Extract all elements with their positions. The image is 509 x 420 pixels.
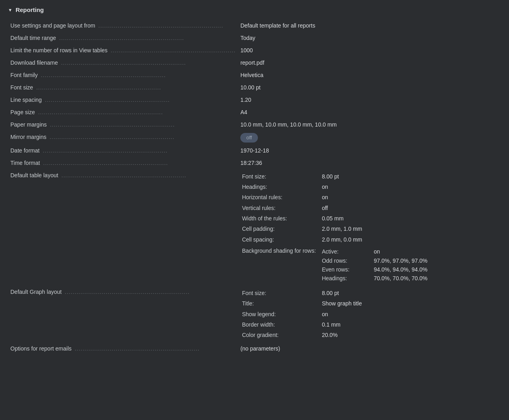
sub-value: on [320, 182, 429, 192]
sub-value: 8.00 pt [320, 288, 400, 298]
dots-separator: ........................................… [98, 22, 223, 30]
toggle-button[interactable]: off [240, 133, 258, 143]
dots-separator: ........................................… [41, 71, 166, 79]
table-layout-subtable: Font size:8.00 ptHeadings:onHorizontal r… [240, 171, 429, 284]
table-row: Font size ..............................… [8, 81, 501, 94]
setting-label: Use settings and page layout from ......… [8, 20, 238, 32]
shading-values: Active:onOdd rows:97.0%, 97.0%, 97.0%Eve… [320, 245, 429, 284]
chevron-icon[interactable]: ▼ [8, 8, 12, 12]
table-row: Use settings and page layout from ......… [8, 20, 501, 32]
dots-separator: ........................................… [38, 108, 163, 117]
sub-value: 2.0 mm, 0.0 mm [320, 234, 429, 245]
table-row: Date format ............................… [8, 145, 501, 157]
table-row: Background shading for rows:Active:onOdd… [240, 245, 429, 284]
table-row: Default table layout ...................… [8, 169, 501, 286]
table-row: Download filename ......................… [8, 57, 501, 69]
dots-separator: ........................................… [43, 147, 168, 155]
label-text: Use settings and page layout from [10, 22, 97, 29]
table-row: Color gradient:20.0% [240, 330, 400, 340]
label-text: Time format [10, 160, 42, 166]
dots-separator: ........................................… [61, 59, 186, 67]
sub-value: 0.1 mm [320, 319, 400, 330]
table-row: Font size:8.00 pt [240, 171, 429, 182]
table-row: Font size:8.00 pt [240, 288, 400, 298]
dots-separator: ........................................… [50, 121, 175, 129]
setting-label: Date format ............................… [8, 145, 238, 157]
setting-label: Font family ............................… [8, 69, 238, 81]
table-row: Page size ..............................… [8, 106, 501, 119]
table-row: Horizontal rules:on [240, 192, 429, 202]
active-label: Active: [322, 247, 358, 256]
setting-label: Options for report emails ..............… [8, 343, 238, 355]
setting-value: 10.00 pt [238, 81, 501, 94]
setting-label: Download filename ......................… [8, 57, 238, 69]
section-title: Reporting [16, 6, 44, 13]
setting-label: Paper margins ..........................… [8, 119, 238, 131]
setting-label: Limit the number of rows in View tables … [8, 44, 238, 57]
dots-separator: ........................................… [111, 46, 236, 55]
setting-value: Helvetica [238, 69, 501, 81]
settings-table: Use settings and page layout from ......… [8, 20, 501, 355]
setting-value: Today [238, 32, 501, 44]
setting-value: 1.20 [238, 94, 501, 106]
setting-value: Default template for all reports [238, 20, 501, 32]
dots-separator: ........................................… [36, 83, 161, 92]
setting-value: 1000 [238, 44, 501, 57]
label-text: Limit the number of rows in View tables [10, 47, 109, 53]
even-rows-value: 94.0%, 94.0%, 94.0% [374, 265, 428, 274]
setting-value: Font size:8.00 ptTitle:Show graph titleS… [238, 286, 501, 343]
setting-label: Time format ............................… [8, 157, 238, 169]
odd-rows-label: Odd rows: [322, 256, 358, 265]
setting-value: 10.0 mm, 10.0 mm, 10.0 mm, 10.0 mm [238, 119, 501, 131]
setting-label: Default Graph layout ...................… [8, 286, 238, 343]
table-row: Limit the number of rows in View tables … [8, 44, 501, 57]
table-row: Options for report emails ..............… [8, 343, 501, 355]
table-row: Line spacing ...........................… [8, 94, 501, 106]
table-row: Cell spacing:2.0 mm, 0.0 mm [240, 234, 429, 245]
dots-separator: ........................................… [65, 288, 190, 296]
setting-value: A4 [238, 106, 501, 119]
sub-label: Font size: [240, 288, 320, 298]
sub-value: 20.0% [320, 330, 400, 340]
setting-label: Mirror margins .........................… [8, 131, 238, 145]
sub-label: Title: [240, 298, 320, 309]
label-text: Font size [10, 84, 35, 91]
sub-value: on [320, 309, 400, 319]
dots-separator: ........................................… [45, 96, 170, 104]
sub-value: off [320, 203, 429, 213]
sub-value: 8.00 pt [320, 171, 429, 182]
label-text: Mirror margins [10, 134, 48, 140]
setting-value: off [238, 131, 501, 145]
reporting-section: ▼ Reporting Use settings and page layout… [0, 0, 509, 361]
sub-label: Headings: [240, 182, 320, 192]
even-rows-label: Even rows: [322, 265, 358, 274]
setting-label: Default time range .....................… [8, 32, 238, 44]
label-text: Default Graph layout [10, 289, 63, 295]
headings-shading-label: Headings: [322, 274, 358, 283]
table-row: Width of the rules:0.05 mm [240, 213, 429, 224]
setting-label: Line spacing ...........................… [8, 94, 238, 106]
headings-shading-value: 70.0%, 70.0%, 70.0% [374, 274, 428, 283]
dots-separator: ........................................… [59, 34, 184, 42]
dots-separator: ........................................… [50, 133, 174, 141]
table-row: Cell padding:2.0 mm, 1.0 mm [240, 224, 429, 234]
sub-value: 2.0 mm, 1.0 mm [320, 224, 429, 234]
sub-label: Color gradient: [240, 330, 320, 340]
table-row: Border width:0.1 mm [240, 319, 400, 330]
label-text: Default time range [10, 35, 57, 41]
sub-label: Font size: [240, 171, 320, 182]
table-row: Default time range .....................… [8, 32, 501, 44]
setting-label: Page size ..............................… [8, 106, 238, 119]
table-row: Font family ............................… [8, 69, 501, 81]
label-text: Options for report emails [10, 345, 73, 352]
label-text: Download filename [10, 59, 59, 66]
setting-value: Font size:8.00 ptHeadings:onHorizontal r… [238, 169, 501, 286]
table-row: Paper margins ..........................… [8, 119, 501, 131]
label-text: Default table layout [10, 172, 60, 178]
table-row: Default Graph layout ...................… [8, 286, 501, 343]
table-row: Headings:on [240, 182, 429, 192]
graph-layout-subtable: Font size:8.00 ptTitle:Show graph titleS… [240, 288, 400, 341]
section-header: ▼ Reporting [8, 6, 501, 13]
active-value: on [374, 247, 380, 256]
dots-separator: ........................................… [61, 171, 186, 180]
